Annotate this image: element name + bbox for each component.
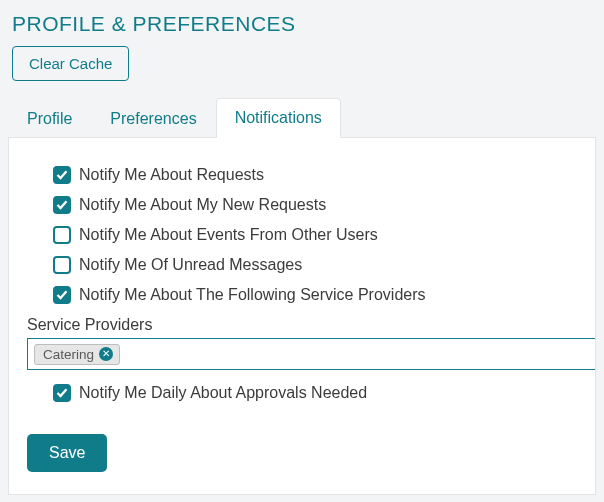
checkmark-icon [56, 387, 68, 399]
page-title: PROFILE & PREFERENCES [12, 12, 596, 36]
check-label: Notify Me About Events From Other Users [79, 226, 378, 244]
check-label: Notify Me About My New Requests [79, 196, 326, 214]
tab-profile[interactable]: Profile [8, 99, 91, 138]
panel-inner-bottom: Notify Me Daily About Approvals Needed [9, 384, 595, 402]
notifications-panel: Notify Me About Requests Notify Me About… [8, 138, 596, 495]
checkbox-new-requests[interactable] [53, 196, 71, 214]
tag-remove-button[interactable]: ✕ [99, 347, 113, 361]
clear-cache-button[interactable]: Clear Cache [12, 46, 129, 81]
check-label: Notify Me Of Unread Messages [79, 256, 302, 274]
service-providers-input[interactable]: Catering ✕ [27, 338, 595, 370]
check-label: Notify Me About Requests [79, 166, 264, 184]
checkbox-approvals[interactable] [53, 384, 71, 402]
panel-inner: Notify Me About Requests Notify Me About… [9, 166, 595, 304]
check-row-providers: Notify Me About The Following Service Pr… [53, 286, 573, 304]
checkmark-icon [56, 289, 68, 301]
close-icon: ✕ [102, 349, 110, 359]
tag-catering: Catering ✕ [34, 344, 120, 365]
tabbar: Profile Preferences Notifications [8, 97, 596, 138]
checkmark-icon [56, 199, 68, 211]
check-label: Notify Me About The Following Service Pr… [79, 286, 426, 304]
check-row-unread: Notify Me Of Unread Messages [53, 256, 573, 274]
check-row-approvals: Notify Me Daily About Approvals Needed [53, 384, 573, 402]
check-row-requests: Notify Me About Requests [53, 166, 573, 184]
service-providers-label: Service Providers [27, 316, 595, 334]
tab-preferences[interactable]: Preferences [91, 99, 215, 138]
checkbox-unread[interactable] [53, 256, 71, 274]
checkbox-requests[interactable] [53, 166, 71, 184]
check-label: Notify Me Daily About Approvals Needed [79, 384, 367, 402]
tab-notifications[interactable]: Notifications [216, 98, 341, 138]
checkbox-events[interactable] [53, 226, 71, 244]
checkbox-providers[interactable] [53, 286, 71, 304]
check-row-new-requests: Notify Me About My New Requests [53, 196, 573, 214]
check-row-events: Notify Me About Events From Other Users [53, 226, 573, 244]
checkmark-icon [56, 169, 68, 181]
save-button[interactable]: Save [27, 434, 107, 472]
tag-label: Catering [43, 347, 94, 362]
